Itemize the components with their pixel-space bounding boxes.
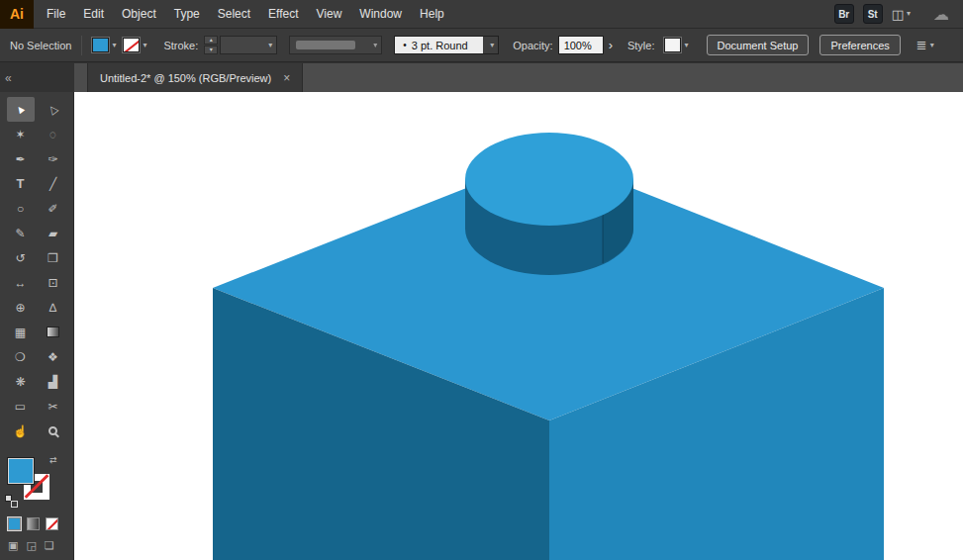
close-tab-icon[interactable]: × (283, 72, 290, 84)
brush-caret-button[interactable]: ▾ (483, 37, 498, 53)
menu-effect[interactable]: Effect (259, 0, 307, 29)
perspective-grid-tool-icon: ∆ (49, 302, 56, 314)
tool-curvature[interactable]: ✑ (40, 146, 67, 171)
tool-symbol-sprayer[interactable]: ❋ (7, 369, 35, 394)
eraser-tool-icon: ▰ (48, 228, 57, 239)
tool-perspective-grid[interactable]: ∆ (40, 295, 67, 320)
document-title: Untitled-2* @ 150% (RGB/Preview) (100, 72, 271, 84)
graph-tool-icon: ▟ (48, 376, 57, 388)
screen-mode-icon[interactable]: ❏ (45, 539, 54, 552)
shape-builder-tool-icon: ⊕ (15, 302, 25, 314)
menu-object[interactable]: Object (113, 0, 165, 29)
tool-magic-wand[interactable]: ✶ (7, 122, 35, 146)
default-fill-stroke-icon[interactable] (5, 495, 18, 508)
tool-gradient[interactable] (40, 320, 67, 344)
draw-behind-icon[interactable]: ◲ (26, 539, 36, 552)
tool-selection[interactable]: ▲ (7, 97, 35, 122)
stroke-weight-stepper[interactable]: ▴ ▾ (204, 36, 218, 54)
chevron-down-icon: ▾ (143, 42, 146, 49)
menu-help[interactable]: Help (411, 0, 453, 29)
tabstrip-left: « (0, 63, 74, 92)
menu-edit[interactable]: Edit (74, 0, 113, 29)
swap-fill-stroke-icon[interactable]: ⇄ (49, 455, 57, 465)
menubar-right: Br St ◫ ▾ ☁ (834, 4, 963, 24)
canvas[interactable] (74, 92, 963, 560)
lasso-tool-icon: ◌ (49, 129, 56, 140)
pencil-tool-icon: ✎ (15, 228, 25, 239)
draw-mode-row: ▣ ◲ ❏ (8, 539, 54, 552)
curvature-tool-icon: ✑ (48, 153, 57, 165)
stroke-none-swatch (123, 38, 140, 52)
tool-shape-builder[interactable]: ⊕ (7, 295, 35, 320)
tool-graph[interactable]: ▟ (40, 369, 67, 394)
chevron-down-icon: ▾ (264, 42, 276, 49)
tool-zoom[interactable] (40, 419, 67, 443)
variable-width-dropdown[interactable]: ▾ (289, 36, 382, 54)
stroke-weight-dropdown[interactable]: ▾ (220, 36, 277, 54)
tool-hand[interactable]: ☝ (7, 419, 35, 443)
collapse-panel-icon[interactable]: « (5, 72, 12, 84)
workspace-switcher[interactable]: ◫ ▾ (892, 8, 911, 21)
color-button[interactable] (8, 517, 21, 530)
slice-tool-icon: ✂ (48, 401, 57, 413)
opacity-panel-arrow[interactable]: › (609, 39, 613, 51)
fill-control[interactable] (8, 458, 34, 484)
chevron-down-icon: ▾ (369, 42, 381, 49)
menu-select[interactable]: Select (209, 0, 259, 29)
stepper-down-icon[interactable]: ▾ (204, 46, 218, 54)
tool-mesh[interactable]: ▦ (7, 320, 35, 344)
gradient-tool-icon (47, 327, 59, 337)
tool-ellipse[interactable]: ○ (7, 196, 35, 221)
tool-blend[interactable]: ❖ (40, 344, 67, 369)
bridge-button[interactable]: Br (834, 4, 854, 24)
free-transform-tool-icon: ⊡ (48, 277, 57, 289)
tool-direct-selection[interactable]: △ (40, 97, 67, 122)
opacity-input[interactable]: 100% (558, 36, 604, 54)
width-profile-preview (296, 41, 355, 49)
fill-color-dropdown[interactable]: ▾ (92, 38, 116, 52)
tool-paintbrush[interactable]: ✐ (40, 196, 67, 221)
none-button[interactable] (46, 517, 58, 530)
tool-rotate[interactable]: ↺ (7, 245, 35, 270)
brush-preview-icon: • (403, 40, 407, 50)
menu-view[interactable]: View (308, 0, 351, 29)
tool-slice[interactable]: ✂ (40, 394, 67, 419)
tool-eyedropper[interactable]: ❍ (7, 344, 35, 369)
tool-pen[interactable]: ✒ (7, 146, 35, 171)
stroke-color-dropdown[interactable]: ▾ (123, 38, 146, 52)
stepper-up-icon[interactable]: ▴ (204, 36, 218, 45)
brush-dropdown[interactable]: • 3 pt. Round ▾ (394, 36, 499, 54)
tool-eraser[interactable]: ▰ (40, 221, 67, 245)
style-dropdown[interactable]: ▾ (664, 38, 688, 52)
stock-button[interactable]: St (863, 4, 883, 24)
menu-file[interactable]: File (38, 0, 74, 29)
workspace-icon: ◫ (892, 8, 904, 21)
tool-type[interactable]: T (7, 171, 35, 196)
fill-stroke-control: ⇄ (0, 454, 74, 512)
menu-type[interactable]: Type (165, 0, 209, 29)
chevron-down-icon: ▾ (112, 42, 116, 49)
panel-options-dropdown[interactable]: ≣ ▾ (916, 39, 934, 51)
preferences-button[interactable]: Preferences (819, 35, 900, 55)
tool-lasso[interactable]: ◌ (40, 122, 67, 146)
menu-window[interactable]: Window (350, 0, 411, 29)
chevron-down-icon: ▾ (684, 42, 688, 49)
line-segment-tool-icon: ╱ (49, 178, 56, 190)
draw-normal-icon[interactable]: ▣ (8, 539, 18, 552)
tool-scale[interactable]: ❐ (40, 245, 67, 270)
fill-swatch (92, 38, 109, 52)
tool-grid: ▲△✶◌✒✑T╱○✐✎▰↺❐↔⊡⊕∆▦❍❖❋▟▭✂☝ (0, 92, 73, 443)
document-tab[interactable]: Untitled-2* @ 150% (RGB/Preview) × (87, 63, 303, 92)
gradient-button[interactable] (27, 517, 40, 530)
tool-artboard[interactable]: ▭ (7, 394, 35, 419)
tool-pencil[interactable]: ✎ (7, 221, 35, 245)
document-setup-button[interactable]: Document Setup (707, 35, 810, 55)
tool-line-segment[interactable]: ╱ (40, 171, 67, 196)
tool-width[interactable]: ↔ (7, 270, 35, 295)
menu-items: FileEditObjectTypeSelectEffectViewWindow… (38, 0, 453, 29)
hand-tool-icon: ☝ (13, 425, 28, 437)
tool-free-transform[interactable]: ⊡ (40, 270, 67, 295)
opacity-value: 100% (564, 40, 592, 51)
style-label: Style: (627, 40, 655, 51)
stud-top[interactable] (465, 133, 633, 226)
